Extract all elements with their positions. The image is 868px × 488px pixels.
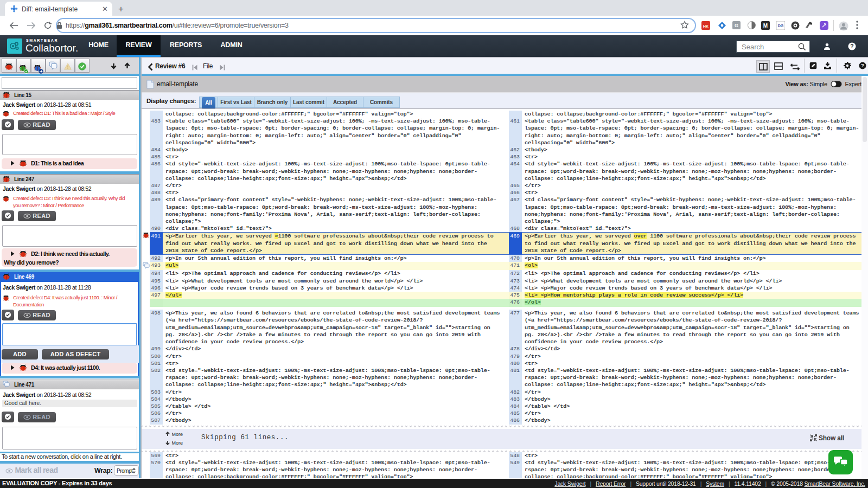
svg-text:M: M bbox=[763, 23, 768, 29]
svg-text:HK: HK bbox=[703, 24, 709, 28]
svg-text:?: ? bbox=[861, 62, 864, 68]
svg-text:?: ? bbox=[850, 43, 853, 49]
svg-text:DG: DG bbox=[778, 24, 784, 28]
svg-text:G: G bbox=[735, 23, 738, 28]
